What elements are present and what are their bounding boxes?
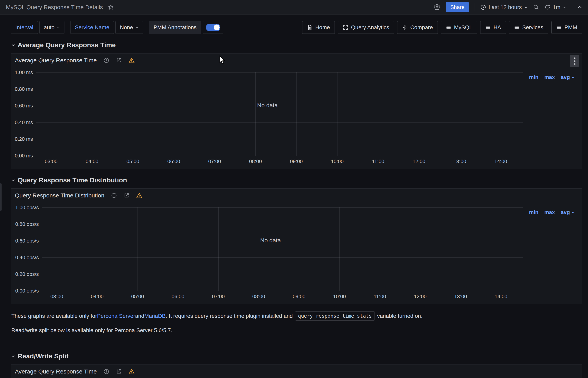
- legend-sort-min[interactable]: min: [529, 209, 538, 216]
- nav-buttons: HomeQuery AnalyticsCompareMySQLHAService…: [302, 21, 582, 34]
- gridline-vertical: [501, 72, 501, 156]
- chevron-down-icon: [572, 211, 575, 214]
- nav-button-label: PMM: [564, 24, 577, 31]
- nav-button-ha[interactable]: HA: [480, 21, 506, 34]
- gridline-horizontal: [36, 122, 523, 122]
- y-axis-tick-label: 0.60 ms: [15, 103, 33, 109]
- pmm-annotations-toggle[interactable]: [203, 21, 223, 34]
- section-average-query-response-time[interactable]: Average Query Response Time: [11, 41, 588, 49]
- legend-sort-min[interactable]: min: [529, 74, 538, 80]
- gridline-vertical: [299, 207, 299, 291]
- topbar: MySQL Query Response Time Details Share: [0, 0, 588, 15]
- chevron-down-icon: [11, 43, 15, 47]
- variable-code-chip: query_response_time_stats: [295, 311, 375, 321]
- nav-button-mysql[interactable]: MySQL: [441, 21, 477, 34]
- gridline-vertical: [97, 207, 97, 291]
- chevron-down-icon: [524, 5, 528, 9]
- nav-button-pmm[interactable]: PMM: [551, 21, 582, 34]
- info-icon[interactable]: [103, 369, 109, 375]
- x-axis-tick-label: 09:00: [293, 294, 305, 299]
- x-axis-tick-label: 04:00: [86, 158, 98, 164]
- legend-sort-max[interactable]: max: [544, 74, 555, 80]
- legend-sort-avg[interactable]: avg: [561, 74, 575, 80]
- nav-button-home[interactable]: Home: [302, 21, 335, 34]
- legend-sort-links: minmaxavg: [523, 72, 582, 156]
- nav-button-label: MySQL: [454, 24, 472, 31]
- gear-icon[interactable]: [434, 4, 440, 10]
- grid-icon: [343, 25, 348, 30]
- page-title: MySQL Query Response Time Details: [6, 4, 103, 11]
- pmm-annotations-control: PMM Annotations: [149, 21, 223, 34]
- share-button[interactable]: Share: [446, 2, 469, 12]
- panel-header: Average Query Response Time: [11, 54, 582, 64]
- no-data-label: No data: [257, 102, 278, 109]
- percona-server-link[interactable]: Percona Server: [97, 313, 135, 319]
- warning-icon[interactable]: [128, 57, 135, 63]
- nav-button-label: HA: [493, 24, 501, 31]
- refresh-icon: [545, 4, 550, 10]
- x-axis-tick-label: 08:00: [252, 294, 265, 299]
- external-link-icon[interactable]: [116, 369, 122, 375]
- panel-menu-kebab-icon[interactable]: [570, 55, 579, 67]
- nav-button-compare[interactable]: Compare: [397, 21, 438, 34]
- x-axis-tick-label: 03:00: [45, 158, 58, 164]
- scrollbar-handle[interactable]: [0, 183, 1, 211]
- external-link-icon[interactable]: [124, 192, 129, 198]
- chevron-down-icon: [57, 26, 60, 29]
- chevron-down-icon: [135, 26, 139, 29]
- y-axis-tick-label: 0.00 ms: [15, 153, 33, 159]
- info-note: These graphs are available only for Perc…: [11, 311, 588, 321]
- time-range-label: Last 12 hours: [488, 4, 522, 10]
- chart-plot-area: 1.00 ms0.80 ms0.60 ms0.40 ms0.20 ms0.00 …: [11, 72, 582, 156]
- gridline-vertical: [501, 207, 501, 291]
- legend-sort-avg[interactable]: avg: [561, 209, 575, 216]
- info-icon[interactable]: [111, 192, 117, 198]
- divider: [474, 3, 475, 11]
- nav-button-label: Query Analytics: [351, 24, 389, 31]
- zoom-out-icon[interactable]: [533, 4, 539, 10]
- time-range-picker[interactable]: Last 12 hours: [480, 4, 528, 10]
- interval-select[interactable]: auto: [39, 21, 65, 34]
- y-axis-tick-label: 1.00 ms: [15, 69, 33, 76]
- panel-query-response-time-distribution: Query Response Time Distribution 1.00 op…: [11, 189, 582, 304]
- chart-average-query-response-time: 1.00 ms0.80 ms0.60 ms0.40 ms0.20 ms0.00 …: [11, 72, 582, 165]
- panel-title[interactable]: Average Query Response Time: [15, 57, 97, 64]
- mariadb-link[interactable]: MariaDB: [144, 313, 166, 319]
- toggle-on: [206, 24, 220, 31]
- panel-rw-average-query-response-time: Average Query Response Time: [11, 364, 582, 378]
- chart-plot-area: 1.00 ops/s0.80 ops/s0.60 ops/s0.40 ops/s…: [11, 207, 582, 291]
- legend-sort-max[interactable]: max: [544, 209, 555, 216]
- section-title: Read/Write Split: [18, 352, 69, 360]
- star-icon[interactable]: [108, 4, 114, 10]
- chevron-up-icon[interactable]: [577, 5, 582, 10]
- chart-query-response-time-distribution: 1.00 ops/s0.80 ops/s0.60 ops/s0.40 ops/s…: [11, 207, 582, 300]
- external-link-icon[interactable]: [116, 57, 122, 63]
- note-text: These graphs are available only for: [11, 313, 97, 319]
- nav-button-label: Compare: [410, 24, 433, 31]
- warning-icon[interactable]: [136, 192, 142, 198]
- x-axis-tick-label: 11:00: [374, 294, 386, 299]
- section-read-write-split[interactable]: Read/Write Split: [11, 352, 588, 360]
- gridline-vertical: [461, 207, 461, 291]
- note-text: and: [135, 313, 144, 319]
- section-query-response-time-distribution[interactable]: Query Response Time Distribution: [11, 176, 588, 184]
- x-axis-tick-label: 06:00: [172, 294, 184, 299]
- panel-title[interactable]: Average Query Response Time: [15, 368, 97, 375]
- gridline-horizontal: [36, 72, 523, 73]
- x-axis-tick-label: 10:00: [333, 294, 346, 299]
- service-name-label: Service Name: [70, 21, 114, 34]
- nav-button-label: Home: [315, 24, 330, 31]
- chevron-down-icon: [563, 5, 566, 9]
- chevron-down-icon: [11, 354, 15, 358]
- y-axis-tick-label: 0.20 ms: [15, 136, 33, 142]
- chevron-down-icon: [11, 178, 15, 182]
- refresh-picker[interactable]: 1m: [545, 4, 566, 10]
- gridline-vertical: [339, 207, 340, 291]
- warning-icon[interactable]: [128, 369, 135, 375]
- y-axis-tick-label: 1.00 ops/s: [15, 204, 39, 211]
- nav-button-query-analytics[interactable]: Query Analytics: [338, 21, 394, 34]
- info-icon[interactable]: [103, 57, 109, 63]
- panel-title[interactable]: Query Response Time Distribution: [15, 192, 104, 199]
- service-name-select[interactable]: None: [115, 21, 143, 34]
- nav-button-services[interactable]: Services: [509, 21, 548, 34]
